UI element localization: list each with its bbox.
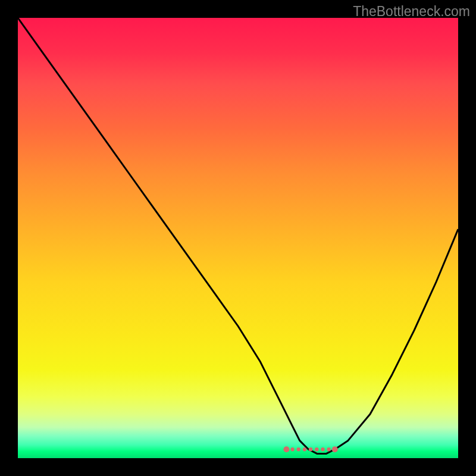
chart-gradient-background	[18, 18, 458, 458]
watermark-text: TheBottleneck.com	[353, 4, 470, 20]
